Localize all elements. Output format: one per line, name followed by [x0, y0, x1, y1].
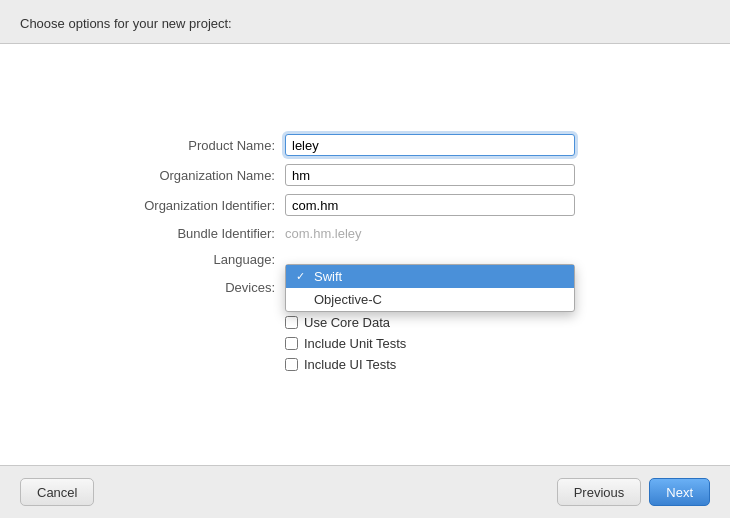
checkboxes-label-spacer [85, 302, 285, 379]
bundle-id-label: Bundle Identifier: [85, 220, 285, 247]
dialog-header: Choose options for your new project: [0, 0, 730, 43]
product-name-field [285, 130, 645, 160]
language-dropdown-menu[interactable]: ✓ Swift Objective-C [285, 264, 575, 312]
next-button[interactable]: Next [649, 478, 710, 506]
dialog-title: Choose options for your new project: [20, 16, 232, 31]
product-name-input[interactable] [285, 134, 575, 156]
org-name-input[interactable] [285, 164, 575, 186]
language-option-objc[interactable]: Objective-C [286, 288, 574, 311]
devices-label: Devices: [85, 272, 285, 302]
language-option-swift[interactable]: ✓ Swift [286, 265, 574, 288]
use-core-data-row: Use Core Data [285, 312, 645, 333]
dialog: Choose options for your new project: Pro… [0, 0, 730, 518]
org-id-row: Organization Identifier: [85, 190, 645, 220]
dialog-body: Product Name: Organization Name: Organiz… [0, 43, 730, 466]
use-core-data-label: Use Core Data [304, 315, 390, 330]
org-id-label: Organization Identifier: [85, 190, 285, 220]
bundle-id-field: com.hm.leley [285, 220, 645, 247]
product-name-row: Product Name: [85, 130, 645, 160]
org-name-label: Organization Name: [85, 160, 285, 190]
org-id-field [285, 190, 645, 220]
checkboxes-row: Use Core Data Include Unit Tests Include… [85, 302, 645, 379]
footer-right: Previous Next [557, 478, 710, 506]
include-ui-tests-checkbox[interactable] [285, 358, 298, 371]
dialog-footer: Cancel Previous Next [0, 466, 730, 518]
cancel-button[interactable]: Cancel [20, 478, 94, 506]
language-objc-label: Objective-C [314, 292, 382, 307]
language-label: Language: [85, 247, 285, 272]
bundle-id-value: com.hm.leley [285, 224, 575, 243]
language-swift-label: Swift [314, 269, 342, 284]
include-unit-tests-checkbox[interactable] [285, 337, 298, 350]
previous-button[interactable]: Previous [557, 478, 642, 506]
include-unit-tests-label: Include Unit Tests [304, 336, 406, 351]
org-name-row: Organization Name: [85, 160, 645, 190]
checkboxes-field: Use Core Data Include Unit Tests Include… [285, 302, 645, 379]
org-id-input[interactable] [285, 194, 575, 216]
bundle-id-row: Bundle Identifier: com.hm.leley [85, 220, 645, 247]
check-icon: ✓ [296, 270, 308, 283]
include-ui-tests-row: Include UI Tests [285, 354, 645, 375]
language-row: Language: ✓ Swift Objective-C [85, 247, 645, 272]
org-name-field [285, 160, 645, 190]
include-unit-tests-row: Include Unit Tests [285, 333, 645, 354]
footer-left: Cancel [20, 478, 94, 506]
product-name-label: Product Name: [85, 130, 285, 160]
use-core-data-checkbox[interactable] [285, 316, 298, 329]
form-table: Product Name: Organization Name: Organiz… [85, 130, 645, 379]
language-field: ✓ Swift Objective-C [285, 247, 645, 272]
include-ui-tests-label: Include UI Tests [304, 357, 396, 372]
